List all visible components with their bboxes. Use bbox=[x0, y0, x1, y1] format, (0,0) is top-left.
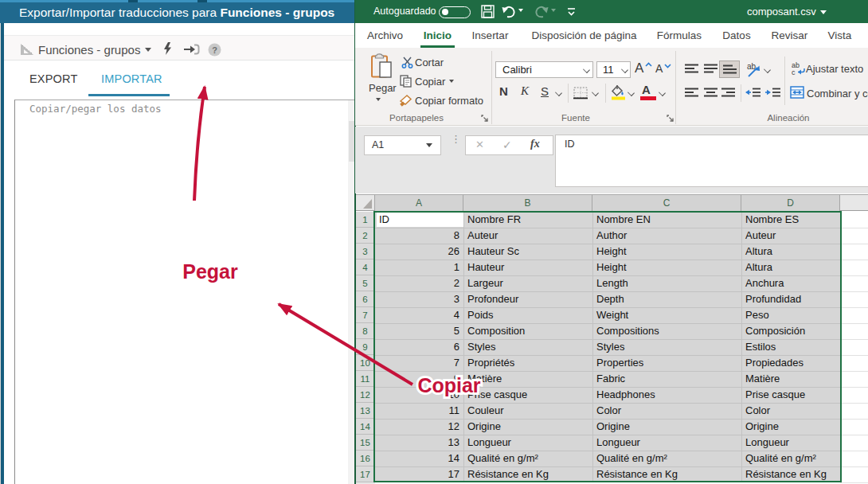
entity-selector-caret-icon[interactable] bbox=[145, 48, 151, 52]
copy-button[interactable]: Copiar bbox=[415, 76, 445, 88]
cut-button[interactable]: Cortar bbox=[415, 57, 444, 68]
cut-icon[interactable] bbox=[401, 57, 413, 68]
increase-font-icon[interactable]: A bbox=[635, 60, 643, 76]
ribbon-tab-vista[interactable]: Vista bbox=[822, 23, 858, 48]
row-header-16[interactable]: 16 bbox=[356, 451, 375, 466]
format-painter-icon[interactable] bbox=[399, 95, 412, 107]
clipboard-dialog-launcher-icon[interactable] bbox=[481, 115, 488, 122]
ribbon-tab-disposici-n-de-p-gina[interactable]: Disposición de página bbox=[526, 23, 643, 48]
increase-indent-icon[interactable] bbox=[765, 88, 781, 99]
column-header-d[interactable]: D bbox=[741, 195, 840, 211]
paste-icon[interactable] bbox=[371, 53, 394, 80]
small-separator bbox=[784, 57, 785, 105]
gridline-h-unsel bbox=[840, 466, 868, 467]
font-dialog-launcher-icon[interactable] bbox=[667, 115, 674, 122]
help-icon[interactable]: ? bbox=[208, 43, 221, 57]
ribbon-tab-inicio[interactable]: Inicio bbox=[417, 23, 458, 48]
ribbon-tab-archivo[interactable]: Archivo bbox=[362, 23, 408, 48]
italic-button[interactable]: K bbox=[521, 84, 529, 98]
entity-selector[interactable]: Funciones - grupos bbox=[38, 43, 140, 57]
row-header-8[interactable]: 8 bbox=[356, 323, 375, 339]
tab-export[interactable]: EXPORT bbox=[29, 72, 78, 85]
align-top-icon[interactable] bbox=[685, 64, 699, 75]
ribbon-tab-revisar[interactable]: Revisar bbox=[767, 23, 812, 48]
row-header-15[interactable]: 15 bbox=[356, 435, 375, 451]
row-header-10[interactable]: 10 bbox=[356, 355, 375, 371]
wrap-text-icon[interactable]: ab c bbox=[792, 61, 805, 76]
import-arrow-icon[interactable] bbox=[183, 44, 201, 55]
align-right-icon[interactable] bbox=[721, 88, 736, 99]
orientation-icon[interactable]: ab bbox=[747, 62, 763, 77]
quick-access-toolbar-icon[interactable] bbox=[566, 7, 577, 17]
row-header-11[interactable]: 11 bbox=[356, 371, 375, 387]
borders-icon[interactable] bbox=[573, 86, 590, 100]
dialog-title-entity: Funciones - grupos bbox=[220, 6, 334, 19]
filename-caret-icon[interactable] bbox=[820, 10, 827, 14]
ribbon-tab-f-rmulas[interactable]: Fórmulas bbox=[651, 23, 707, 48]
row-header-13[interactable]: 13 bbox=[356, 403, 375, 419]
row-header-9[interactable]: 9 bbox=[356, 339, 375, 355]
ribbon-tab-datos[interactable]: Datos bbox=[716, 23, 757, 48]
cancel-formula-icon[interactable]: ✕ bbox=[475, 139, 484, 150]
fill-color-icon[interactable] bbox=[610, 84, 628, 100]
lightning-icon[interactable] bbox=[162, 42, 173, 56]
name-box-caret-icon[interactable] bbox=[426, 143, 432, 147]
ribbon-tab-insertar[interactable]: Insertar bbox=[466, 23, 514, 48]
column-header-c[interactable]: C bbox=[592, 195, 741, 211]
row-header-3[interactable]: 3 bbox=[356, 244, 375, 260]
gridline-h-unsel bbox=[840, 403, 868, 404]
row-header-1[interactable]: 1 bbox=[356, 212, 375, 228]
autosave-label: Autoguardado bbox=[373, 6, 436, 17]
gridline-h-unsel bbox=[840, 419, 868, 420]
decrease-font-icon[interactable]: A bbox=[655, 62, 663, 75]
column-header-b[interactable]: B bbox=[463, 195, 592, 211]
gridline-h-unsel bbox=[840, 387, 868, 388]
row-header-12[interactable]: 12 bbox=[356, 387, 375, 403]
gridline-h-unsel bbox=[840, 451, 868, 451]
copy-icon[interactable] bbox=[400, 75, 412, 88]
align-center-icon[interactable] bbox=[704, 88, 718, 99]
font-name-select[interactable]: Calibri bbox=[495, 61, 593, 78]
drag-dots-icon[interactable]: ⋮ bbox=[451, 137, 453, 153]
align-bottom-icon[interactable] bbox=[723, 64, 737, 76]
tab-importar[interactable]: IMPORTAR bbox=[101, 72, 162, 85]
underline-button[interactable]: S bbox=[541, 84, 549, 98]
formula-bar-input[interactable]: ID bbox=[555, 135, 868, 187]
insert-function-icon[interactable]: fx bbox=[530, 138, 540, 150]
decrease-indent-icon[interactable] bbox=[745, 88, 761, 99]
undo-caret-icon[interactable] bbox=[518, 9, 523, 12]
paste-button[interactable]: Pegar bbox=[369, 82, 393, 94]
paste-caret-icon[interactable] bbox=[376, 98, 381, 101]
copy-caret-icon[interactable] bbox=[449, 80, 454, 83]
gridline-h-unsel bbox=[840, 339, 868, 340]
align-left-icon[interactable] bbox=[685, 88, 699, 99]
align-middle-icon[interactable] bbox=[704, 64, 718, 75]
merge-center-button[interactable]: Combinar y ce bbox=[807, 88, 868, 100]
save-icon[interactable] bbox=[481, 5, 495, 18]
merge-center-icon[interactable] bbox=[790, 86, 805, 100]
gridline-h-unsel bbox=[840, 275, 868, 276]
workbook-filename[interactable]: composant.csv bbox=[747, 6, 816, 18]
font-color-icon[interactable]: A bbox=[642, 83, 651, 96]
gridline-h-unsel bbox=[840, 228, 868, 228]
increase-font-arrow-icon bbox=[645, 62, 652, 68]
row-header-14[interactable]: 14 bbox=[356, 419, 375, 435]
paste-textarea[interactable] bbox=[14, 100, 355, 484]
column-header-a[interactable]: A bbox=[375, 195, 463, 211]
row-header-7[interactable]: 7 bbox=[356, 307, 375, 323]
column-header-e-partial[interactable] bbox=[840, 195, 868, 211]
redo-caret-icon bbox=[551, 9, 556, 12]
bold-button[interactable]: N bbox=[499, 84, 508, 98]
row-header-5[interactable]: 5 bbox=[356, 275, 375, 291]
row-header-2[interactable]: 2 bbox=[356, 228, 375, 244]
textarea-scrollbar-thumb[interactable] bbox=[349, 121, 354, 162]
row-header-17[interactable]: 17 bbox=[356, 466, 375, 482]
confirm-formula-icon[interactable]: ✓ bbox=[502, 139, 512, 151]
format-painter-button[interactable]: Copiar formato bbox=[415, 95, 483, 107]
font-group-label: Fuente bbox=[548, 113, 604, 123]
wrap-text-button[interactable]: Ajustar texto bbox=[806, 63, 863, 75]
undo-icon[interactable] bbox=[502, 6, 516, 18]
row-header-6[interactable]: 6 bbox=[356, 291, 375, 307]
gridline-h-unsel bbox=[840, 435, 868, 435]
row-header-4[interactable]: 4 bbox=[356, 260, 375, 275]
